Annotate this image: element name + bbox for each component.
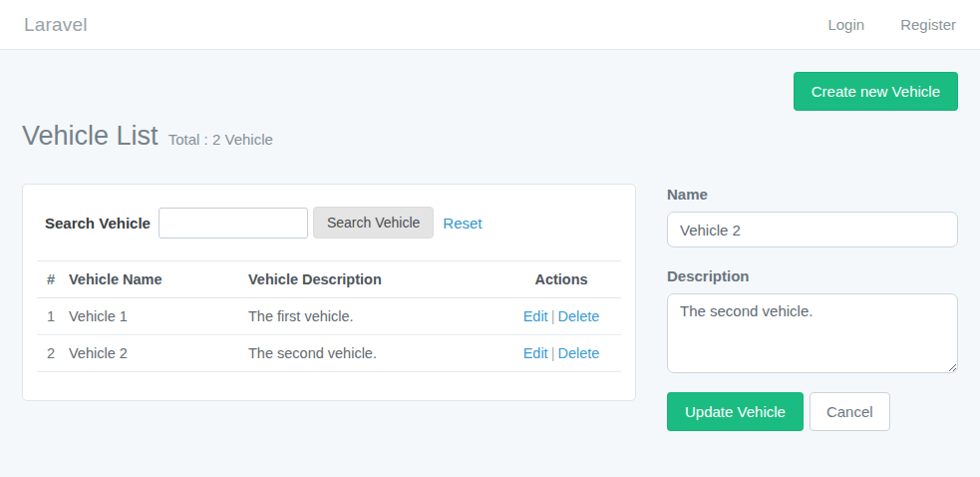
link-separator: |	[551, 345, 555, 361]
row-number: 2	[37, 335, 63, 372]
delete-link[interactable]: Delete	[557, 308, 599, 324]
row-vehicle-description: The second vehicle.	[242, 335, 501, 372]
row-vehicle-name: Vehicle 1	[63, 298, 242, 335]
navbar: Laravel Login Register	[0, 0, 980, 50]
header-number: #	[37, 261, 63, 298]
page-subtitle: Total : 2 Vehicle	[168, 131, 273, 148]
search-button[interactable]: Search Vehicle	[313, 207, 434, 238]
form-buttons: Update Vehicle Cancel	[667, 392, 958, 431]
edit-link[interactable]: Edit	[523, 308, 548, 324]
description-label: Description	[667, 267, 958, 284]
vehicle-list-card: Search Vehicle Search Vehicle Reset # Ve…	[22, 184, 636, 401]
search-label: Search Vehicle	[45, 215, 151, 232]
name-label: Name	[667, 186, 958, 203]
update-vehicle-button[interactable]: Update Vehicle	[667, 392, 804, 431]
login-link[interactable]: Login	[827, 16, 864, 33]
table-row: 1 Vehicle 1 The first vehicle. Edit|Dele…	[37, 298, 621, 335]
search-input[interactable]	[159, 208, 308, 238]
search-row: Search Vehicle Search Vehicle Reset	[37, 197, 621, 250]
header-vehicle-name: Vehicle Name	[63, 261, 242, 298]
nav-links: Login Register	[792, 16, 956, 33]
link-separator: |	[551, 308, 555, 324]
description-field[interactable]: The second vehicle.	[667, 293, 958, 373]
header-actions: Actions	[501, 261, 621, 298]
table-header-row: # Vehicle Name Vehicle Description Actio…	[37, 261, 621, 298]
edit-link[interactable]: Edit	[523, 345, 548, 361]
header-vehicle-description: Vehicle Description	[242, 261, 501, 298]
row-actions: Edit|Delete	[501, 298, 621, 335]
create-new-vehicle-button[interactable]: Create new Vehicle	[794, 72, 958, 111]
name-field[interactable]	[667, 212, 958, 247]
main-content: Create new Vehicle Vehicle List Total : …	[0, 72, 980, 431]
row-vehicle-description: The first vehicle.	[242, 298, 501, 335]
row-actions: Edit|Delete	[501, 335, 621, 372]
page-title: Vehicle List	[22, 121, 159, 151]
delete-link[interactable]: Delete	[557, 345, 599, 361]
heading-row: Vehicle List Total : 2 Vehicle	[22, 121, 958, 152]
row-vehicle-name: Vehicle 2	[63, 335, 242, 372]
brand-logo[interactable]: Laravel	[24, 14, 88, 36]
cancel-button[interactable]: Cancel	[810, 392, 890, 431]
topbar: Create new Vehicle	[22, 72, 958, 111]
register-link[interactable]: Register	[900, 16, 956, 33]
row-number: 1	[37, 298, 63, 335]
table-row: 2 Vehicle 2 The second vehicle. Edit|Del…	[37, 335, 621, 372]
vehicle-table: # Vehicle Name Vehicle Description Actio…	[37, 260, 621, 372]
vehicle-edit-form: Name Description The second vehicle. Upd…	[667, 184, 958, 431]
reset-link[interactable]: Reset	[443, 215, 482, 232]
